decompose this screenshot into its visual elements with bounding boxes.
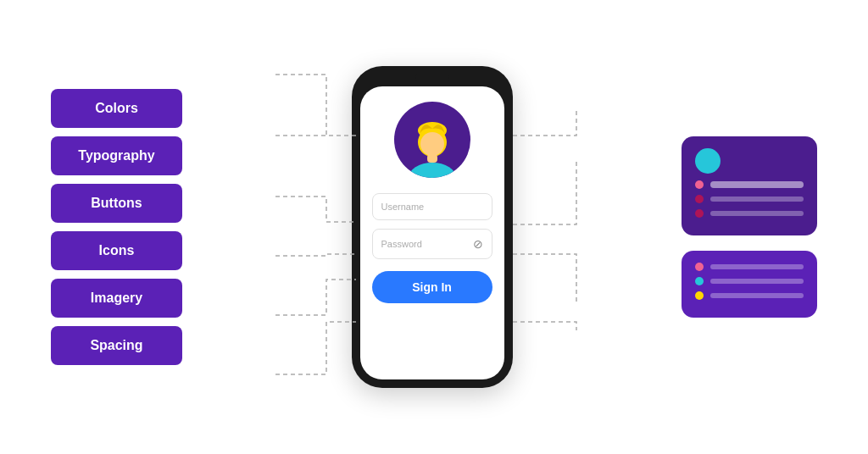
phone-mockup: Username Password ⊘ Sign In (352, 66, 513, 388)
pink-dot-1 (695, 180, 704, 189)
design-card-1 (682, 136, 817, 235)
row-bar-1 (710, 181, 804, 188)
main-container: .dline { stroke: #aaa; stroke-width: 1.5… (0, 0, 868, 454)
card2-row-3 (695, 291, 804, 300)
c2-bar-2 (710, 279, 804, 284)
typography-button[interactable]: Typography (51, 136, 182, 175)
username-input[interactable]: Username (372, 193, 492, 220)
avatar-illustration (398, 110, 466, 178)
card1-header-row (695, 148, 804, 174)
buttons-button[interactable]: Buttons (51, 184, 182, 223)
card1-row-3 (695, 209, 804, 218)
password-input[interactable]: Password ⊘ (372, 229, 492, 259)
pink-dot-c2 (695, 263, 704, 271)
phone-screen: Username Password ⊘ Sign In (360, 86, 504, 379)
design-card-2 (682, 251, 817, 318)
left-panel: Colors Typography Buttons Icons Imagery … (51, 89, 182, 365)
c2-bar-3 (710, 293, 804, 298)
row-bar-3 (710, 211, 804, 216)
svg-point-3 (420, 132, 444, 156)
colors-button[interactable]: Colors (51, 89, 182, 128)
teal-circle (695, 148, 721, 174)
card2-row-1 (695, 263, 804, 271)
spacing-button[interactable]: Spacing (51, 326, 182, 365)
teal-dot-c2 (695, 277, 704, 285)
yellow-dot-c2 (695, 291, 704, 300)
dark-pink-dot (695, 195, 704, 203)
eye-icon[interactable]: ⊘ (473, 237, 483, 251)
card1-row-2 (695, 195, 804, 203)
card1-row-1 (695, 180, 804, 189)
svg-rect-4 (427, 154, 437, 163)
phone-frame: Username Password ⊘ Sign In (352, 66, 513, 388)
avatar (394, 102, 470, 178)
password-placeholder: Password (381, 239, 422, 249)
right-panel (682, 136, 817, 318)
sign-in-button[interactable]: Sign In (372, 271, 492, 303)
card2-row-2 (695, 277, 804, 285)
icons-button[interactable]: Icons (51, 231, 182, 270)
c2-bar-1 (710, 264, 804, 269)
username-placeholder: Username (381, 202, 425, 212)
svg-point-0 (409, 163, 456, 178)
imagery-button[interactable]: Imagery (51, 279, 182, 318)
row-bar-2 (710, 197, 804, 202)
dark-pink-dot-2 (695, 209, 704, 218)
phone-notch (415, 75, 449, 81)
